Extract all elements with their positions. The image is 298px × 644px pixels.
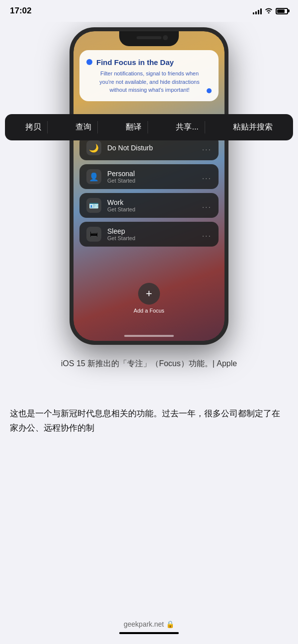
focus-item-more-dnd[interactable]: ...	[202, 143, 212, 152]
status-bar: 17:02	[0, 0, 298, 22]
context-menu-lookup[interactable]: 查询	[73, 121, 98, 133]
focus-item-personal[interactable]: 👤 Personal Get Started ...	[79, 164, 219, 189]
home-indicator-bar	[119, 632, 179, 634]
focus-item-more-work[interactable]: ...	[202, 201, 212, 210]
sleep-icon: 🛏	[86, 227, 101, 242]
focus-item-name-work: Work	[107, 198, 135, 206]
context-menu[interactable]: 拷贝 查询 翻译 共享... 粘贴并搜索	[5, 114, 293, 140]
focus-card: Find Focus in the Day Filter notificatio…	[79, 50, 219, 101]
focus-item-sleep[interactable]: 🛏 Sleep Get Started ...	[79, 222, 219, 247]
focus-item-left-sleep: 🛏 Sleep Get Started	[86, 227, 135, 242]
home-indicator	[124, 335, 174, 337]
phone-frame-container: Find Focus in the Day Filter notificatio…	[70, 27, 228, 345]
caption-area: iOS 15 新推出的「专注」（Focus）功能。| Apple	[10, 357, 288, 370]
url-text: geekpark.net	[124, 620, 164, 628]
caption-text: iOS 15 新推出的「专注」（Focus）功能。| Apple	[10, 357, 288, 370]
focus-card-description: Filter notifications, signal to friends …	[96, 69, 203, 94]
footer: geekpark.net 🔒	[0, 620, 298, 634]
context-menu-paste-search[interactable]: 粘贴并搜索	[230, 121, 276, 133]
personal-icon: 👤	[86, 169, 101, 184]
focus-item-text-sleep: Sleep Get Started	[107, 227, 135, 241]
lock-icon: 🔒	[166, 620, 174, 628]
add-focus-label: Add a Focus	[134, 308, 164, 314]
focus-mode-list: 🌙 Do Not Disturb ... 👤 Personal	[79, 135, 219, 247]
wifi-icon	[265, 7, 273, 15]
notch-speaker	[137, 36, 161, 39]
focus-item-sub-sleep: Get Started	[107, 235, 135, 241]
article-area: 这也是一个与新冠时代息息相关的功能。过去一年，很多公司都制定了在家办公、远程协作…	[10, 407, 288, 436]
focus-item-left-work: 🪪 Work Get Started	[86, 198, 135, 213]
focus-dot-left	[86, 59, 92, 65]
focus-item-name-dnd: Do Not Disturb	[107, 144, 153, 152]
context-menu-translate[interactable]: 翻译	[123, 121, 148, 133]
focus-item-sub-personal: Get Started	[107, 178, 135, 184]
focus-item-work[interactable]: 🪪 Work Get Started ...	[79, 193, 219, 218]
focus-item-left-personal: 👤 Personal Get Started	[86, 169, 135, 184]
notch	[119, 31, 179, 46]
status-icons	[253, 7, 288, 15]
signal-bars-icon	[253, 7, 262, 14]
phone-frame: Find Focus in the Day Filter notificatio…	[70, 27, 228, 345]
article-text: 这也是一个与新冠时代息息相关的功能。过去一年，很多公司都制定了在家办公、远程协作…	[10, 407, 288, 436]
screen-content: Find Focus in the Day Filter notificatio…	[74, 31, 224, 341]
battery-icon	[276, 8, 288, 14]
phone-screen: Find Focus in the Day Filter notificatio…	[74, 31, 224, 341]
focus-item-sub-work: Get Started	[107, 206, 135, 212]
focus-item-left-dnd: 🌙 Do Not Disturb	[86, 140, 153, 155]
focus-item-name-sleep: Sleep	[107, 227, 135, 235]
focus-item-more-personal[interactable]: ...	[202, 172, 212, 181]
add-focus-button[interactable]: +	[138, 283, 160, 305]
add-focus-container[interactable]: + Add a Focus	[134, 283, 164, 314]
focus-item-text-work: Work Get Started	[107, 198, 135, 212]
focus-card-title: Find Focus in the Day	[96, 58, 203, 66]
focus-item-text-dnd: Do Not Disturb	[107, 144, 153, 152]
work-icon: 🪪	[86, 198, 101, 213]
focus-item-more-sleep[interactable]: ...	[202, 230, 212, 239]
focus-item-name-personal: Personal	[107, 170, 135, 178]
focus-card-inner: Find Focus in the Day Filter notificatio…	[86, 58, 212, 94]
status-time: 17:02	[10, 6, 31, 16]
context-menu-share[interactable]: 共享...	[173, 121, 205, 133]
notch-camera	[163, 35, 168, 40]
do-not-disturb-icon: 🌙	[86, 140, 101, 155]
footer-url: geekpark.net 🔒	[124, 620, 174, 628]
focus-item-text-personal: Personal Get Started	[107, 170, 135, 184]
add-focus-plus-icon: +	[146, 287, 152, 300]
context-menu-copy[interactable]: 拷贝	[22, 121, 48, 133]
focus-dot-right	[207, 88, 212, 93]
